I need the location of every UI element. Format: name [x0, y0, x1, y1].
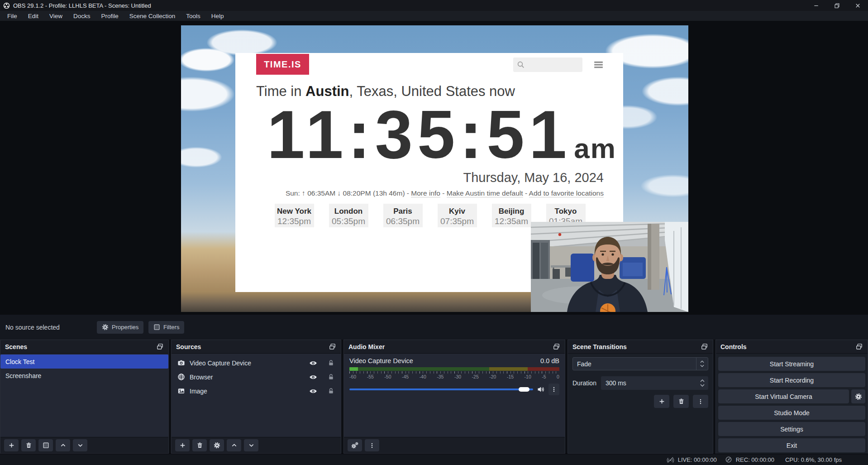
channel-menu-button[interactable] — [548, 384, 559, 395]
obs-logo-icon — [3, 2, 10, 9]
world-clock-tile: Kyiv07:35pm — [438, 204, 477, 227]
speaker-icon[interactable] — [537, 385, 545, 393]
controls-dock: Controls Start Streaming Start Recording… — [715, 340, 868, 454]
scene-label: Clock Test — [5, 358, 34, 365]
scene-move-up-button[interactable] — [56, 439, 70, 451]
transition-select[interactable]: Fade — [572, 357, 708, 370]
source-item-browser[interactable]: Browser — [172, 370, 341, 384]
sources-title: Sources — [176, 343, 201, 350]
transitions-body: Fade Duration 300 ms — [568, 354, 713, 453]
scene-item-clock-test[interactable]: Clock Test — [0, 355, 168, 369]
add-source-button[interactable] — [175, 439, 190, 451]
start-recording-button[interactable]: Start Recording — [718, 373, 865, 387]
add-scene-button[interactable] — [4, 439, 19, 451]
transitions-header[interactable]: Scene Transitions — [568, 340, 713, 354]
scene-label: Screenshare — [5, 372, 41, 379]
dots-vertical-icon — [697, 398, 704, 405]
trash-icon — [678, 398, 685, 405]
visibility-eye-icon[interactable] — [309, 359, 317, 367]
minimize-button[interactable] — [806, 0, 826, 11]
remove-source-button[interactable] — [192, 439, 207, 451]
scene-item-screenshare[interactable]: Screenshare — [0, 369, 168, 383]
minimize-icon — [813, 2, 820, 9]
source-move-down-button[interactable] — [244, 439, 258, 451]
chevron-down-icon — [248, 442, 255, 449]
audio-mixer-header[interactable]: Audio Mixer — [344, 340, 565, 354]
link-separator: - — [525, 189, 527, 197]
popout-icon[interactable] — [855, 343, 863, 350]
gear-icon — [214, 442, 220, 449]
duration-row: Duration 300 ms — [572, 376, 708, 390]
menu-help[interactable]: Help — [206, 11, 229, 21]
dots-vertical-icon — [551, 386, 557, 393]
scene-filters-button[interactable] — [38, 439, 53, 451]
mixer-menu-button[interactable] — [365, 439, 379, 451]
docks-row: Scenes Clock Test Screenshare Sources — [0, 340, 868, 454]
transition-menu-button[interactable] — [693, 395, 708, 408]
controls-body: Start Streaming Start Recording Start Vi… — [716, 354, 868, 455]
source-item-video-capture[interactable]: Video Capture Device — [172, 356, 341, 370]
menu-profile[interactable]: Profile — [96, 11, 124, 21]
restore-button[interactable] — [826, 0, 847, 11]
popout-icon[interactable] — [156, 343, 164, 350]
menu-docks[interactable]: Docks — [68, 11, 96, 21]
lock-icon[interactable] — [328, 388, 334, 394]
visibility-eye-icon[interactable] — [309, 387, 317, 395]
sources-dock-header[interactable]: Sources — [172, 340, 341, 354]
menu-edit[interactable]: Edit — [23, 11, 44, 21]
titlebar: OBS 29.1.2 - Profile: LLHLS BETA - Scene… — [0, 0, 868, 11]
popout-icon[interactable] — [701, 343, 708, 350]
popout-icon[interactable] — [553, 343, 560, 350]
start-virtual-camera-button[interactable]: Start Virtual Camera — [718, 389, 849, 403]
source-move-up-button[interactable] — [227, 439, 241, 451]
controls-header[interactable]: Controls — [716, 340, 868, 354]
advanced-audio-button[interactable] — [348, 439, 362, 451]
sun-info: Sun: ↑ 06:35AM ↓ 08:20PM (13h 46m) - — [286, 189, 409, 197]
remove-transition-button[interactable] — [673, 395, 689, 408]
popout-icon[interactable] — [329, 343, 336, 350]
duration-spinner[interactable]: 300 ms — [601, 376, 708, 390]
audio-mixer-dock: Audio Mixer Video Capture Device 0.0 dB … — [343, 340, 565, 454]
volume-handle[interactable] — [519, 387, 529, 392]
source-item-image[interactable]: Image — [172, 384, 341, 398]
favorite-link: Add to favorite locations — [529, 189, 604, 197]
chevron-up-icon — [60, 442, 67, 449]
start-streaming-button[interactable]: Start Streaming — [718, 357, 865, 371]
menu-tools[interactable]: Tools — [181, 11, 206, 21]
tick-label: -20 — [489, 374, 496, 379]
menubar: File Edit View Docks Profile Scene Colle… — [0, 11, 868, 21]
city-time: 12:35pm — [275, 216, 314, 226]
spinner-arrows[interactable] — [696, 379, 708, 387]
close-button[interactable] — [847, 0, 868, 11]
settings-button[interactable]: Settings — [718, 422, 865, 436]
city-name: Paris — [383, 207, 423, 216]
remove-scene-button[interactable] — [21, 439, 36, 451]
tick-label: -35 — [437, 374, 444, 379]
lock-icon[interactable] — [328, 360, 334, 366]
exit-button[interactable]: Exit — [718, 438, 865, 452]
image-icon — [177, 387, 185, 395]
menu-scene-collection[interactable]: Scene Collection — [124, 11, 181, 21]
menu-view[interactable]: View — [44, 11, 68, 21]
virtual-camera-settings-button[interactable] — [851, 389, 865, 403]
make-default-link: Make Austin time default — [447, 189, 523, 197]
preview-canvas[interactable]: TIME.IS Time in Austin, Texas, United St… — [181, 25, 688, 312]
volume-slider[interactable] — [349, 386, 533, 393]
scene-move-down-button[interactable] — [73, 439, 87, 451]
source-properties-button[interactable] — [210, 439, 224, 451]
city-time: 12:35am — [492, 216, 531, 226]
scenes-dock-header[interactable]: Scenes — [0, 340, 168, 354]
properties-button[interactable]: Properties — [97, 321, 143, 334]
studio-mode-button[interactable]: Studio Mode — [718, 406, 865, 420]
menu-file[interactable]: File — [2, 11, 23, 21]
world-clock-tile: Beijing12:35am — [492, 204, 531, 227]
combo-arrows — [696, 358, 708, 370]
filters-button[interactable]: Filters — [148, 321, 184, 334]
duration-value: 300 ms — [606, 379, 626, 387]
lock-icon[interactable] — [328, 374, 334, 380]
visibility-eye-icon[interactable] — [309, 373, 317, 381]
volume-track — [349, 388, 533, 390]
add-transition-button[interactable] — [654, 395, 669, 408]
scenes-toolbar — [0, 437, 168, 453]
preview-area: TIME.IS Time in Austin, Texas, United St… — [0, 21, 868, 315]
